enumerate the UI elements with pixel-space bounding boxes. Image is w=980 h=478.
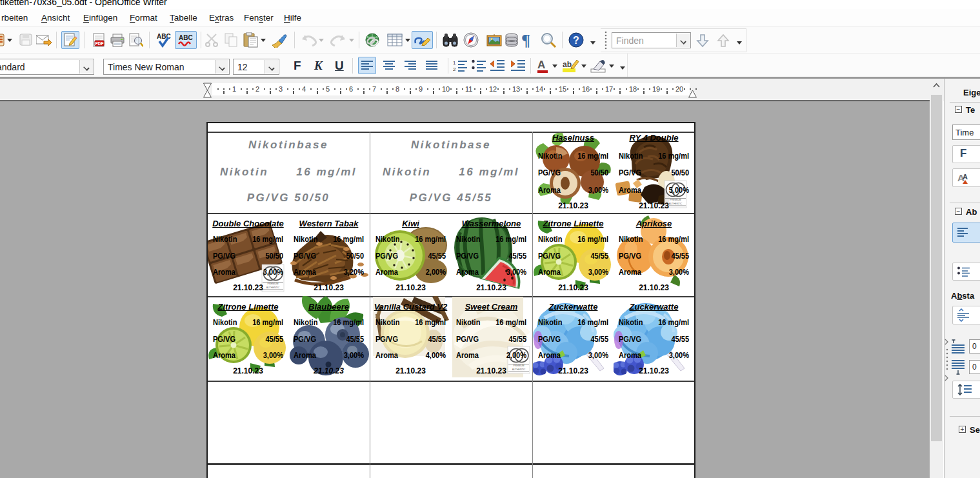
svg-text:?: ? — [573, 35, 579, 46]
svg-text:ABC: ABC — [179, 34, 193, 41]
svg-text:2: 2 — [453, 66, 456, 72]
svg-text:1: 1 — [453, 60, 456, 66]
svg-text:ab: ab — [563, 60, 572, 69]
svg-text:A: A — [537, 59, 545, 71]
svg-text:PDF: PDF — [95, 41, 104, 46]
svg-text:A: A — [963, 173, 968, 181]
svg-text:¶: ¶ — [521, 32, 530, 48]
